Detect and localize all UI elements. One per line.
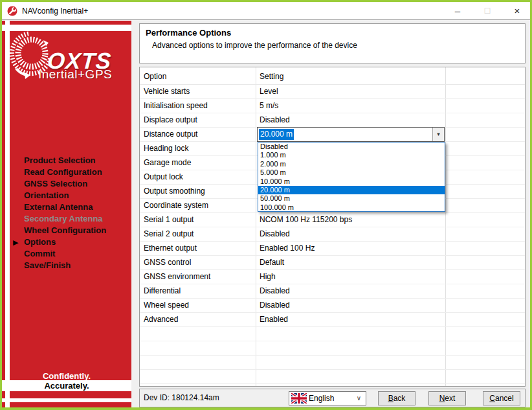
page-header-panel: Performance Options Advanced options to … [139,23,526,63]
next-button[interactable]: Next [428,391,466,405]
maximize-button: □ [477,2,498,19]
table-row[interactable]: GNSS environmentHigh [140,270,525,284]
setting-cell: 5 m/s [260,99,278,113]
setting-cell: Enabled 100 Hz [260,242,315,255]
options-table: Option Setting Vehicle startsLevelInitia… [139,67,526,387]
device-id-label: Dev ID: 180124.14am [144,389,219,407]
option-cell: Output smoothing [144,185,205,198]
table-row[interactable]: Wheel speedDisabled [140,299,525,313]
dropdown-option[interactable]: 5.000 m [258,168,445,177]
sidebar: OXTS Inertial+GPS Product SelectionRead … [2,21,131,407]
table-row[interactable]: AdvancedEnabled [140,313,525,327]
option-cell: Heading lock [144,142,188,155]
page-subtitle: Advanced options to improve the performa… [152,41,357,50]
table-row[interactable]: Serial 1 outputNCOM 100 Hz 115200 bps [140,213,525,227]
table-row [140,341,525,356]
setting-cell: Enabled [260,313,288,326]
table-row[interactable]: Displace outputDisabled [140,113,525,128]
option-cell: GNSS control [144,256,191,269]
setting-cell: Disabled [260,299,290,312]
language-chevron-down-icon: ∨ [357,392,361,405]
page-title: Performance Options [146,28,231,38]
table-row [140,356,525,370]
uk-flag-icon [291,393,307,406]
column-header-setting: Setting [260,67,283,85]
setting-cell: High [260,270,276,284]
window-title: NAVconfig Inertial+ [22,2,88,20]
sidebar-item-external-antenna[interactable]: External Antenna [2,201,131,213]
table-header-row: Option Setting [140,67,525,85]
language-selector[interactable]: English ∨ [289,391,366,405]
sidebar-item-orientation[interactable]: Orientation [2,190,131,201]
back-button[interactable]: Back [378,391,416,405]
dropdown-option[interactable]: 50.000 m [258,194,445,203]
table-row[interactable]: Vehicle startsLevel [140,85,525,99]
option-cell: Initialisation speed [144,99,208,113]
option-cell: Advanced [144,313,178,326]
option-cell: Coordinate system [144,199,208,212]
sidebar-item-save-finish[interactable]: Save/Finish [2,260,131,271]
dropdown-option[interactable]: 10.000 m [258,177,445,186]
tagline-accurately: Accurately. [2,380,131,391]
option-cell: GNSS environment [144,270,210,284]
option-cell: Distance output [144,128,197,141]
close-button[interactable]: × [507,2,527,19]
combobox-dropdown-arrow-icon[interactable]: ▾ [432,128,444,141]
table-row [140,327,525,341]
option-cell: Displace output [144,113,197,127]
active-item-arrow-icon: ▶ [13,236,18,248]
sidebar-item-wheel-configuration[interactable]: Wheel Configuration [2,225,131,236]
option-cell: Vehicle starts [144,85,190,98]
minimize-button[interactable]: – [447,2,468,19]
option-cell: Garage mode [144,156,191,170]
app-wrench-icon [7,6,17,16]
app-window: NAVconfig Inertial+ – □ × [2,2,530,407]
sidebar-item-secondary-antenna: Secondary Antenna [2,213,131,225]
sidebar-menu: Product SelectionRead ConfigurationGNSS … [2,155,131,271]
setting-cell: Disabled [260,113,290,127]
dropdown-option[interactable]: 1.000 m [258,151,445,159]
footer-bar: Dev ID: 180124.14am English ∨ Back Next … [139,389,526,407]
dropdown-option[interactable]: 100.000 m [258,203,445,212]
sidebar-item-read-configuration[interactable]: Read Configuration [2,166,131,178]
language-value: English [309,392,334,405]
option-cell: Output lock [144,170,183,184]
option-cell: Serial 1 output [144,213,194,227]
distance-output-combobox[interactable]: 20.000 m ▾ [257,127,445,142]
tagline-confidently: Confidently. [2,371,131,381]
screenshot-frame: NAVconfig Inertial+ – □ × [0,0,532,410]
sidebar-item-product-selection[interactable]: Product Selection [2,155,131,166]
sidebar-item-commit[interactable]: Commit [2,248,131,260]
setting-cell: Level [260,85,278,98]
setting-cell: Disabled [260,284,290,298]
sidebar-item-options[interactable]: ▶Options [2,236,131,248]
option-cell: Differential [144,284,181,298]
option-cell: Serial 2 output [144,227,194,241]
table-row[interactable]: Ethernet outputEnabled 100 Hz [140,242,525,256]
sidebar-item-gnss-selection[interactable]: GNSS Selection [2,178,131,190]
table-row [140,370,525,384]
table-row[interactable]: GNSS controlDefault [140,256,525,270]
dropdown-option[interactable]: 20.000 m [258,186,445,194]
setting-cell: NCOM 100 Hz 115200 bps [260,213,352,227]
setting-cell: Default [260,256,284,269]
table-row[interactable]: DifferentialDisabled [140,284,525,299]
sidebar-bottom-stripe [2,398,131,402]
option-cell: Wheel speed [144,299,189,312]
titlebar: NAVconfig Inertial+ – □ × [2,2,530,20]
dropdown-option[interactable]: Disabled [258,142,445,151]
oxts-brand-subtext: Inertial+GPS [38,67,112,82]
distance-output-dropdown-list: Disabled1.000 m2.000 m5.000 m10.000 m20.… [258,142,445,212]
table-row[interactable]: Serial 2 outputDisabled [140,227,525,242]
combobox-selected-value: 20.000 m [259,129,294,140]
cancel-button[interactable]: Cancel [483,391,520,405]
column-header-option: Option [144,67,166,85]
option-cell: Ethernet output [144,242,197,255]
setting-cell: Disabled [260,227,290,241]
dropdown-option[interactable]: 2.000 m [258,160,445,168]
table-row[interactable]: Initialisation speed5 m/s [140,99,525,113]
